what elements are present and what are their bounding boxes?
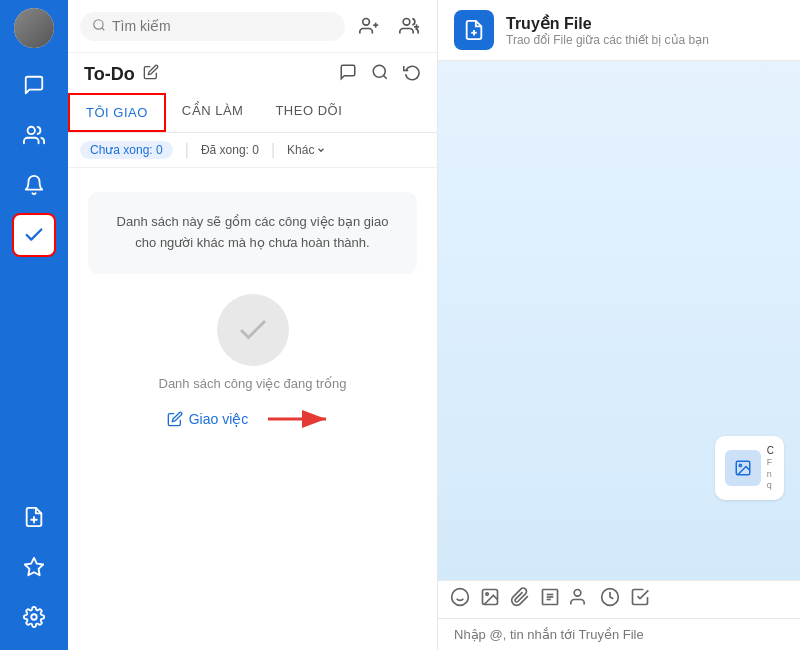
empty-check-icon: [217, 294, 289, 366]
svg-point-21: [452, 589, 469, 606]
contact-icon[interactable]: [570, 587, 590, 612]
todo-panel: To-Do TÔI GIAO CẦN LÀM THEO DÕI Chư: [68, 0, 438, 650]
input-area: [438, 618, 800, 650]
svg-point-13: [373, 65, 385, 77]
svg-point-30: [574, 590, 581, 597]
chat-area: C Fnq: [438, 61, 800, 580]
contacts-icon[interactable]: [12, 113, 56, 157]
svg-point-10: [403, 19, 410, 26]
right-header-info: Truyền File Trao đổi File giữa các thiết…: [506, 14, 784, 47]
search-icon: [92, 18, 106, 35]
image-icon[interactable]: [480, 587, 500, 612]
svg-point-20: [739, 464, 741, 466]
empty-card-text: Danh sách này sẽ gồm các công việc bạn g…: [112, 212, 393, 254]
file-transfer-icon[interactable]: [12, 495, 56, 539]
tab-toi-giao[interactable]: TÔI GIAO: [68, 93, 166, 132]
todo-edit-icon[interactable]: [143, 64, 159, 84]
filter-bar: Chưa xong: 0 | Đã xong: 0 | Khác: [68, 133, 437, 168]
search-bar: [68, 0, 437, 53]
header-icons: [353, 10, 425, 42]
input-toolbar: [438, 580, 800, 618]
empty-state: Danh sách công việc đang trống Giao việc: [159, 294, 347, 431]
svg-point-25: [486, 593, 489, 596]
star-icon[interactable]: [12, 545, 56, 589]
search-input[interactable]: [112, 18, 333, 34]
emoji-icon[interactable]: [450, 587, 470, 612]
add-group-icon[interactable]: [393, 10, 425, 42]
empty-label: Danh sách công việc đang trống: [159, 376, 347, 391]
svg-marker-3: [25, 558, 43, 575]
file-thumbnail: [725, 450, 761, 486]
avatar[interactable]: [14, 8, 54, 48]
svg-point-0: [28, 127, 35, 134]
settings-icon[interactable]: [12, 595, 56, 639]
clock-icon[interactable]: [600, 587, 620, 612]
svg-line-6: [102, 27, 105, 30]
svg-point-5: [94, 19, 103, 28]
todo-content: Danh sách này sẽ gồm các công việc bạn g…: [68, 168, 437, 650]
red-arrow: [268, 407, 338, 431]
attachment-icon[interactable]: [510, 587, 530, 612]
other-filter[interactable]: Khác: [287, 143, 326, 157]
search-action-icon[interactable]: [371, 63, 389, 85]
todo-header: To-Do: [68, 53, 437, 93]
chat-file-text: C Fnq: [767, 444, 774, 492]
todo-title: To-Do: [84, 64, 135, 85]
truyen-file-icon: [454, 10, 494, 50]
input-field-row: [438, 619, 800, 650]
message-input[interactable]: [454, 627, 784, 642]
todo-tabs: TÔI GIAO CẦN LÀM THEO DÕI: [68, 93, 437, 133]
assign-btn-wrap: Giao việc: [167, 407, 339, 431]
tab-theo-doi[interactable]: THEO DÕI: [259, 93, 358, 132]
svg-point-7: [363, 19, 370, 26]
svg-point-4: [31, 614, 37, 620]
chat-bubble-file: C Fnq: [715, 436, 784, 500]
tab-can-lam[interactable]: CẦN LÀM: [166, 93, 260, 132]
todo-title-row: To-Do: [84, 63, 421, 85]
search-input-wrap[interactable]: [80, 12, 345, 41]
right-header-subtitle: Trao đổi File giữa các thiết bị của bạn: [506, 33, 784, 47]
history-action-icon[interactable]: [403, 63, 421, 85]
chat-action-icon[interactable]: [339, 63, 357, 85]
text-format-icon[interactable]: [540, 587, 560, 612]
assign-task-button[interactable]: Giao việc: [167, 411, 249, 427]
right-header: Truyền File Trao đổi File giữa các thiết…: [438, 0, 800, 61]
add-friend-icon[interactable]: [353, 10, 385, 42]
svg-line-14: [383, 75, 386, 78]
right-panel: Truyền File Trao đổi File giữa các thiết…: [438, 0, 800, 650]
chat-icon[interactable]: [12, 63, 56, 107]
right-header-title: Truyền File: [506, 14, 784, 33]
empty-info-card: Danh sách này sẽ gồm các công việc bạn g…: [88, 192, 417, 274]
assign-btn-label: Giao việc: [189, 411, 249, 427]
todo-icon[interactable]: [12, 213, 56, 257]
checklist-icon[interactable]: [630, 587, 650, 612]
bell-icon[interactable]: [12, 163, 56, 207]
pending-filter[interactable]: Chưa xong: 0: [80, 141, 173, 159]
done-filter[interactable]: Đã xong: 0: [201, 143, 259, 157]
sidebar: [0, 0, 68, 650]
